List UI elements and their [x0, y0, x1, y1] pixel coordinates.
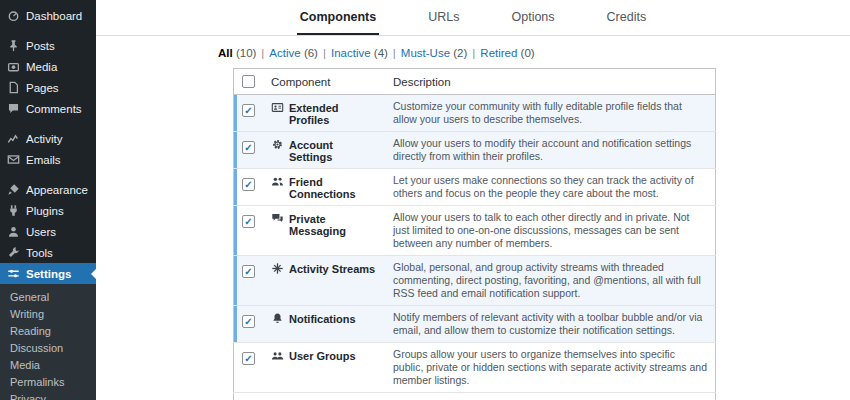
tab-credits[interactable]: Credits: [604, 10, 650, 35]
sidebar-item-posts[interactable]: Posts: [0, 35, 96, 56]
filter-separator: |: [323, 47, 326, 59]
filter-label: All: [218, 47, 233, 59]
submenu-item-general[interactable]: General: [0, 288, 96, 305]
tab-options[interactable]: Options: [508, 10, 557, 35]
component-checkbox[interactable]: ✓: [242, 178, 255, 191]
component-row-friend-connections: ✓Friend ConnectionsLet your users make c…: [234, 169, 716, 206]
sidebar-item-activity[interactable]: Activity: [0, 128, 96, 149]
users-icon: [7, 225, 20, 238]
sidebar-item-dashboard[interactable]: Dashboard: [0, 5, 96, 26]
component-row-account-settings: ✓Account SettingsAllow your users to mod…: [234, 132, 716, 169]
settings-icon: [7, 267, 20, 280]
sidebar-item-plugins[interactable]: Plugins: [0, 200, 96, 221]
component-description: Allow your users to modify their account…: [393, 137, 707, 163]
appearance-icon: [7, 183, 20, 196]
submenu-item-privacy[interactable]: Privacy: [0, 390, 96, 400]
emails-icon: [7, 153, 20, 166]
submenu-item-media[interactable]: Media: [0, 356, 96, 373]
sidebar-menu: DashboardPostsMediaPagesCommentsActivity…: [0, 0, 96, 284]
submenu-item-reading[interactable]: Reading: [0, 322, 96, 339]
sidebar-item-emails[interactable]: Emails: [0, 149, 96, 170]
tools-icon: [7, 246, 20, 259]
sidebar-item-label: Settings: [26, 268, 71, 280]
component-name: Account Settings: [289, 139, 377, 163]
component-description: Notify members of relevant activity with…: [393, 311, 707, 337]
components-table-wrap: Component Description ✓Extended Profiles…: [233, 68, 716, 400]
submenu-item-discussion[interactable]: Discussion: [0, 339, 96, 356]
filter-count: (2): [453, 47, 467, 59]
component-description: Groups allow your users to organize them…: [393, 348, 707, 387]
component-row-extended-profiles: ✓Extended ProfilesCustomize your communi…: [234, 95, 716, 132]
admin-sidebar: DashboardPostsMediaPagesCommentsActivity…: [0, 0, 96, 400]
filter-label: Must-Use: [401, 47, 450, 59]
component-name: Friend Connections: [289, 176, 377, 200]
component-description: Allow your users to talk to each other d…: [393, 211, 707, 250]
main-content: ComponentsURLsOptionsCredits All (10)|Ac…: [96, 0, 850, 400]
friends-icon: [271, 175, 284, 188]
sidebar-item-label: Dashboard: [26, 10, 82, 22]
tab-bar: ComponentsURLsOptionsCredits: [96, 0, 850, 36]
component-checkbox[interactable]: ✓: [242, 141, 255, 154]
comments-icon: [7, 102, 20, 115]
filter-count: (4): [374, 47, 388, 59]
bell-icon: [271, 312, 284, 325]
component-checkbox[interactable]: ✓: [242, 215, 255, 228]
groups-icon: [271, 349, 284, 362]
component-name: Extended Profiles: [289, 102, 377, 126]
filter-count: (0): [521, 47, 535, 59]
filter-bar: All (10)|Active (6)|Inactive (4)|Must-Us…: [218, 47, 850, 59]
account-settings-icon: [271, 138, 284, 151]
sidebar-item-label: Tools: [26, 247, 53, 259]
filter-separator: |: [261, 47, 264, 59]
component-row-site-tracking: Site TrackingRecord activity for new pos…: [234, 393, 716, 400]
sidebar-item-label: Appearance: [26, 184, 88, 196]
dashboard-icon: [7, 9, 20, 22]
component-name: Activity Streams: [289, 263, 375, 275]
submenu-item-writing[interactable]: Writing: [0, 305, 96, 322]
sidebar-item-label: Pages: [26, 82, 59, 94]
sidebar-item-label: Emails: [26, 154, 61, 166]
id-card-icon: [271, 101, 284, 114]
sidebar-item-settings[interactable]: Settings: [0, 263, 96, 284]
sidebar-item-media[interactable]: Media: [0, 56, 96, 77]
activity-streams-icon: [271, 262, 284, 275]
component-description: Global, personal, and group activity str…: [393, 261, 707, 300]
components-table: Component Description ✓Extended Profiles…: [233, 68, 716, 400]
sidebar-item-appearance[interactable]: Appearance: [0, 179, 96, 200]
filter-label: Inactive: [331, 47, 371, 59]
sidebar-item-label: Comments: [26, 103, 82, 115]
tab-urls[interactable]: URLs: [425, 10, 462, 35]
activity-icon: [7, 132, 20, 145]
filter-all[interactable]: All (10): [218, 47, 256, 59]
sidebar-item-label: Plugins: [26, 205, 64, 217]
sidebar-item-label: Posts: [26, 40, 55, 52]
component-row-activity-streams: ✓Activity StreamsGlobal, personal, and g…: [234, 256, 716, 306]
description-column-header: Description: [385, 69, 716, 95]
component-name: Notifications: [289, 313, 356, 325]
component-checkbox[interactable]: ✓: [242, 315, 255, 328]
plugins-icon: [7, 204, 20, 217]
messaging-icon: [271, 212, 284, 225]
filter-count: (6): [304, 47, 318, 59]
component-column-header: Component: [263, 69, 385, 95]
sidebar-item-pages[interactable]: Pages: [0, 77, 96, 98]
pages-icon: [7, 81, 20, 94]
filter-retired[interactable]: Retired (0): [480, 47, 534, 59]
component-row-private-messaging: ✓Private MessagingAllow your users to ta…: [234, 206, 716, 256]
filter-must-use[interactable]: Must-Use (2): [401, 47, 467, 59]
sidebar-item-comments[interactable]: Comments: [0, 98, 96, 119]
filter-label: Retired: [480, 47, 517, 59]
select-all-checkbox[interactable]: [242, 75, 255, 88]
filter-active[interactable]: Active (6): [269, 47, 318, 59]
submenu-item-permalinks[interactable]: Permalinks: [0, 373, 96, 390]
component-row-user-groups: ✓User GroupsGroups allow your users to o…: [234, 343, 716, 393]
filter-separator: |: [472, 47, 475, 59]
wordpress-admin: DashboardPostsMediaPagesCommentsActivity…: [0, 0, 850, 400]
tab-components[interactable]: Components: [297, 10, 379, 35]
component-checkbox[interactable]: ✓: [242, 352, 255, 365]
component-checkbox[interactable]: ✓: [242, 104, 255, 117]
sidebar-item-tools[interactable]: Tools: [0, 242, 96, 263]
filter-inactive[interactable]: Inactive (4): [331, 47, 388, 59]
sidebar-item-users[interactable]: Users: [0, 221, 96, 242]
component-checkbox[interactable]: ✓: [242, 265, 255, 278]
